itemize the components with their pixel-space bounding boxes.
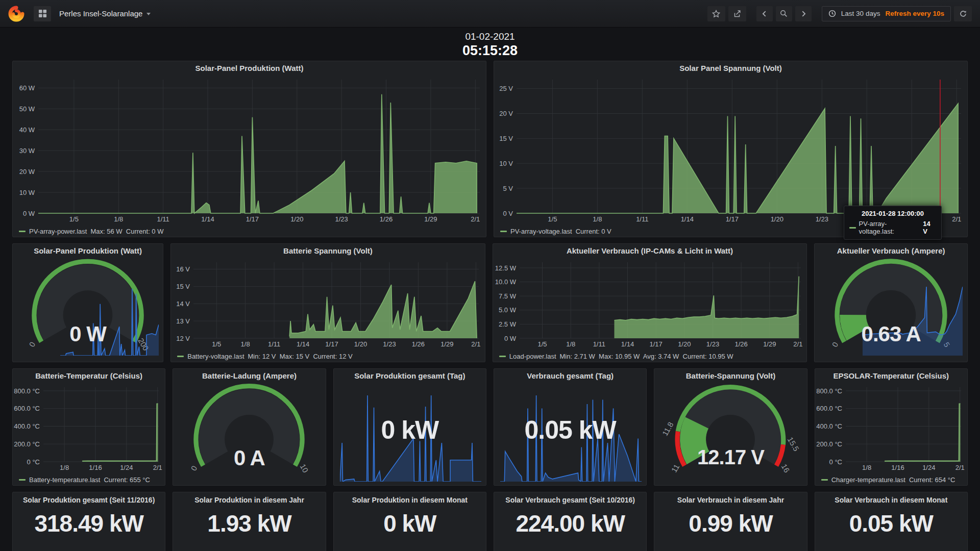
- gauge-value: 0.63 A: [817, 322, 965, 346]
- series-name[interactable]: Charger-temperature.last: [831, 476, 905, 484]
- svg-text:1/8: 1/8: [862, 464, 871, 471]
- svg-text:0 V: 0 V: [503, 210, 513, 217]
- svg-text:2/1: 2/1: [952, 215, 961, 223]
- panel-title[interactable]: Solar Panel Spannung (Volt): [494, 61, 967, 76]
- panel-title[interactable]: Solar Produktion gesamt (Seit 11/2016): [13, 492, 165, 506]
- svg-text:12.5 W: 12.5 W: [495, 264, 517, 272]
- svg-text:1/11: 1/11: [268, 340, 280, 348]
- svg-text:60 W: 60 W: [19, 84, 35, 92]
- chart-legend: Battery-temperature.last Current: 655 °C: [19, 476, 150, 484]
- series-stats: Current: 0 V: [576, 228, 611, 235]
- panel-stat-production-month: Solar Produktion in diesem Monat 0 kW: [333, 492, 486, 551]
- stat-value: 318.49 kW: [13, 510, 165, 537]
- svg-text:1/8: 1/8: [241, 340, 250, 348]
- svg-text:1/29: 1/29: [440, 340, 453, 348]
- gauge-body[interactable]: 010 0 A: [175, 383, 323, 483]
- series-name[interactable]: PV-array-voltage.last: [510, 228, 572, 235]
- dashboard-grid: Solar-Panel Produktion (Watt) 0 W10 W20 …: [0, 61, 980, 551]
- series-stats: Min: 12 V Max: 15 V Current: 12 V: [248, 353, 353, 360]
- stat-value: 0.05 kW: [815, 510, 967, 537]
- dashboard-title-dropdown[interactable]: Perles Insel-Solaranlage: [59, 9, 151, 18]
- panel-title[interactable]: Aktueller Verbrauch (IP-CAMs & Licht in …: [493, 244, 807, 258]
- panel-load-amp-gauge: Aktueller Verbrauch (Ampere) 05 0.63 A: [814, 243, 968, 362]
- panel-title[interactable]: Solar Produktion gesamt (Tag): [334, 369, 486, 383]
- svg-text:1/14: 1/14: [201, 215, 214, 223]
- panel-title[interactable]: Batterie-Ladung (Ampere): [173, 369, 325, 383]
- time-range-picker[interactable]: Last 30 days Refresh every 10s: [822, 6, 951, 21]
- share-icon: [733, 10, 741, 18]
- grid-icon: [38, 9, 47, 18]
- svg-text:1/11: 1/11: [157, 215, 169, 223]
- panel-stat-production-year: Solar Produktion in diesem Jahr 1.93 kW: [173, 492, 326, 551]
- time-series-chart[interactable]: 0 °C200.0 °C400.0 °C600.0 °C800.0 °C1/81…: [815, 383, 967, 473]
- chart-legend: Load-power.last Min: 2.71 W Max: 10.95 W…: [499, 353, 733, 360]
- panel-title[interactable]: Batterie-Spannung (Volt): [654, 369, 806, 383]
- panel-title[interactable]: Solar Verbrauch in diesem Jahr: [654, 492, 806, 506]
- gauge-body[interactable]: 1111.815.516 12.17 V: [656, 383, 804, 483]
- series-name[interactable]: Load-power.last: [509, 353, 556, 360]
- svg-text:13 V: 13 V: [176, 317, 190, 325]
- svg-text:10.0 W: 10.0 W: [495, 278, 517, 286]
- chart-tooltip: 2021-01-28 12:00:00 PV-array-voltage.las…: [844, 206, 942, 240]
- panel-title[interactable]: Aktueller Verbrauch (Ampere): [815, 244, 967, 258]
- time-series-chart[interactable]: 0 V5 V10 V15 V20 V25 V1/51/81/111/141/17…: [494, 76, 967, 224]
- svg-text:1/16: 1/16: [89, 464, 102, 471]
- panel-title[interactable]: Solar Produktion in diesem Jahr: [173, 492, 325, 506]
- grafana-logo-icon[interactable]: [8, 6, 24, 22]
- panel-pv-power-gauge: Solar-Panel Produktion (Watt) 0200 0 W: [12, 243, 163, 362]
- panel-title[interactable]: EPSOLAR-Temperatur (Celsius): [815, 369, 967, 383]
- time-series-chart[interactable]: 0 °C200.0 °C400.0 °C600.0 °C800.0 °C1/81…: [13, 383, 165, 473]
- tooltip-series-name: PV-array-voltage.last:: [859, 220, 920, 235]
- svg-text:1/23: 1/23: [335, 215, 348, 223]
- time-series-chart[interactable]: 12 V13 V14 V15 V16 V1/51/81/111/141/171/…: [171, 258, 485, 349]
- svg-text:1/8: 1/8: [114, 215, 123, 223]
- star-button[interactable]: [707, 6, 725, 21]
- time-range-label: Last 30 days: [841, 10, 880, 17]
- panel-title[interactable]: Solar-Panel Produktion (Watt): [13, 244, 163, 258]
- series-color-dash: [19, 479, 26, 481]
- series-name[interactable]: Battery-temperature.last: [29, 476, 100, 484]
- panel-stat-load-day: Verbrauch gesamt (Tag) 0.05 kW: [494, 368, 647, 486]
- time-back-button[interactable]: [756, 6, 773, 21]
- svg-text:1/17: 1/17: [326, 340, 338, 348]
- svg-text:0 W: 0 W: [504, 335, 517, 342]
- chart-legend: PV-array-power.last Max: 56 W Current: 0…: [19, 228, 163, 235]
- dashboards-grid-icon[interactable]: [34, 6, 51, 21]
- refresh-interval-label[interactable]: Refresh every 10s: [885, 10, 944, 17]
- stat-value: 224.00 kW: [494, 510, 646, 537]
- time-series-chart[interactable]: 0 W2.5 W5.0 W7.5 W10.0 W12.5 W1/51/81/11…: [493, 258, 807, 349]
- svg-text:0 °C: 0 °C: [27, 458, 40, 466]
- panel-title[interactable]: Solar Produktion in diesem Monat: [334, 492, 486, 506]
- series-name[interactable]: PV-array-power.last: [29, 228, 87, 235]
- series-color-dash: [177, 356, 184, 357]
- svg-text:1/24: 1/24: [922, 464, 935, 471]
- svg-text:2/1: 2/1: [471, 215, 480, 223]
- panel-load-power-graph: Aktueller Verbrauch (IP-CAMs & Licht in …: [493, 243, 807, 362]
- stat-value: 0 kW: [334, 415, 486, 445]
- svg-text:0 °C: 0 °C: [829, 458, 842, 466]
- panel-title[interactable]: Solar-Panel Produktion (Watt): [13, 61, 486, 76]
- time-forward-button[interactable]: [795, 6, 812, 21]
- svg-text:1/17: 1/17: [726, 215, 739, 223]
- svg-text:1/23: 1/23: [816, 215, 828, 223]
- svg-text:2/1: 2/1: [793, 340, 802, 348]
- time-series-chart[interactable]: 0 W10 W20 W30 W40 W50 W60 W1/51/81/111/1…: [13, 76, 486, 224]
- gauge-body[interactable]: 0200 0 W: [15, 258, 161, 360]
- panel-title[interactable]: Solar Verbrauch in diesem Monat: [815, 492, 967, 506]
- panel-title[interactable]: Batterie Spannung (Volt): [171, 244, 485, 258]
- svg-text:200.0 °C: 200.0 °C: [14, 440, 40, 448]
- tooltip-value: 14 V: [923, 220, 936, 235]
- zoom-out-button[interactable]: [776, 6, 792, 21]
- share-button[interactable]: [728, 6, 746, 21]
- panel-title[interactable]: Verbrauch gesamt (Tag): [494, 369, 646, 383]
- chart-legend: PV-array-voltage.last Current: 0 V: [500, 228, 611, 235]
- panel-title[interactable]: Solar Verbrauch gesamt (Seit 10/2016): [494, 492, 646, 506]
- gauge-body[interactable]: 05 0.63 A: [817, 258, 965, 360]
- refresh-button[interactable]: [954, 6, 972, 21]
- svg-text:1/14: 1/14: [681, 215, 694, 223]
- top-navbar: Perles Insel-Solaranlage: [0, 0, 980, 28]
- svg-text:800.0 °C: 800.0 °C: [816, 387, 842, 395]
- panel-title[interactable]: Batterie-Temperatur (Celsius): [13, 369, 165, 383]
- svg-text:15 V: 15 V: [176, 283, 190, 290]
- series-name[interactable]: Battery-voltage.last: [187, 353, 244, 360]
